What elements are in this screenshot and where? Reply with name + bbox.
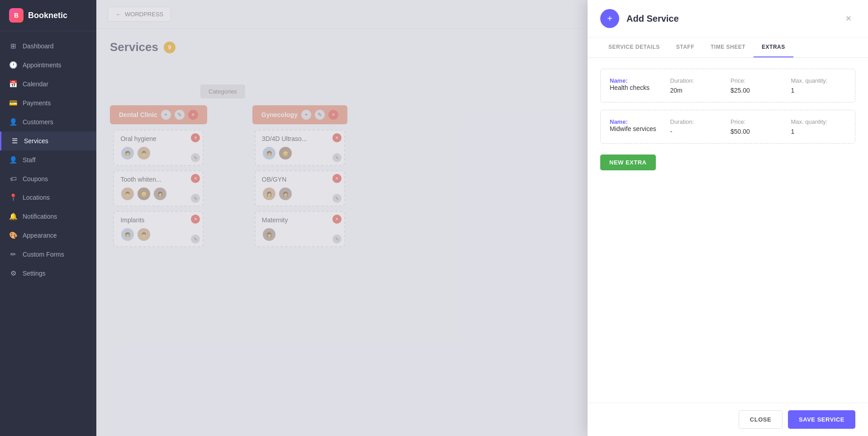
extra-2-duration-label: Duration: <box>670 118 726 125</box>
sidebar-logo: B Booknetic <box>0 0 96 31</box>
extra-1-maxqty-value: 1 <box>791 87 846 94</box>
sidebar-item-appointments[interactable]: 🕐Appointments <box>0 56 96 75</box>
customers-icon: 👤 <box>9 118 17 126</box>
sidebar-item-label: Staff <box>23 156 36 164</box>
extra-1-name-value: Health checks <box>610 84 665 91</box>
extra-row-2: Name: Midwife services Duration: - Price… <box>600 110 855 144</box>
extra-1-price-value: $25.00 <box>730 87 786 94</box>
sidebar-item-label: Appointments <box>23 61 62 69</box>
sidebar-item-label: Customers <box>23 118 53 126</box>
close-button[interactable]: CLOSE <box>739 410 783 429</box>
locations-icon: 📍 <box>9 193 17 202</box>
sidebar-item-custom-forms[interactable]: ✏Custom Forms <box>0 245 96 264</box>
extra-1-duration-value: 20m <box>670 87 726 94</box>
notifications-icon: 🔔 <box>9 212 17 220</box>
extra-2-maxqty-label: Max. quantity: <box>791 118 846 125</box>
sidebar-item-label: Notifications <box>23 213 57 220</box>
extra-row-1: Name: Health checks Duration: 20m Price:… <box>600 69 855 103</box>
extra-1-duration-label: Duration: <box>670 77 726 84</box>
custom-forms-icon: ✏ <box>9 250 17 258</box>
sidebar-item-coupons[interactable]: 🏷Coupons <box>0 169 96 188</box>
modal-footer: CLOSE SAVE SERVICE <box>588 403 868 436</box>
sidebar-item-customers[interactable]: 👤Customers <box>0 113 96 131</box>
sidebar-item-staff[interactable]: 👤Staff <box>0 150 96 169</box>
sidebar-item-payments[interactable]: 💳Payments <box>0 94 96 113</box>
extra-2-price-value: $50.00 <box>730 128 786 135</box>
dashboard-icon: ⊞ <box>9 42 17 50</box>
extra-1-maxqty-col: Max. quantity: 1 <box>791 77 846 94</box>
payments-icon: 💳 <box>9 99 17 107</box>
extra-2-duration-value: - <box>670 128 726 135</box>
new-extra-button[interactable]: NEW EXTRA <box>600 155 656 170</box>
sidebar-item-dashboard[interactable]: ⊞Dashboard <box>0 37 96 56</box>
sidebar-item-locations[interactable]: 📍Locations <box>0 188 96 207</box>
appointments-icon: 🕐 <box>9 61 17 69</box>
extra-2-maxqty-col: Max. quantity: 1 <box>791 118 846 135</box>
tab-time-sheet[interactable]: TIME SHEET <box>702 38 754 57</box>
sidebar-item-appearance[interactable]: 🎨Appearance <box>0 226 96 245</box>
sidebar-item-label: Services <box>24 137 48 145</box>
app-name: Booknetic <box>28 11 67 20</box>
tab-service-details[interactable]: SERVICE DETAILS <box>600 38 668 57</box>
sidebar-item-calendar[interactable]: 📅Calendar <box>0 75 96 94</box>
tab-extras[interactable]: EXTRAS <box>754 38 793 57</box>
extra-2-name-value: Midwife services <box>610 125 665 132</box>
extra-2-name-label: Name: <box>610 118 665 125</box>
modal-icon: + <box>600 9 619 28</box>
extra-2-price-col: Price: $50.00 <box>730 118 786 135</box>
settings-icon: ⚙ <box>9 269 17 277</box>
sidebar-item-label: Payments <box>23 99 51 107</box>
extra-1-maxqty-label: Max. quantity: <box>791 77 846 84</box>
extra-2-name-col: Name: Midwife services <box>610 118 665 135</box>
extra-2-price-label: Price: <box>730 118 786 125</box>
extra-1-name-col: Name: Health checks <box>610 77 665 94</box>
sidebar-item-label: Calendar <box>23 80 48 88</box>
sidebar: B Booknetic ⊞Dashboard🕐Appointments📅Cale… <box>0 0 96 436</box>
staff-icon: 👤 <box>9 156 17 164</box>
modal-close-x-button[interactable]: × <box>842 12 855 25</box>
extra-1-price-col: Price: $25.00 <box>730 77 786 94</box>
appearance-icon: 🎨 <box>9 231 17 239</box>
extra-1-duration-col: Duration: 20m <box>670 77 726 94</box>
services-icon: ☰ <box>10 137 19 145</box>
sidebar-item-label: Settings <box>23 270 46 277</box>
modal-panel: + Add Service × SERVICE DETAILSSTAFFTIME… <box>588 0 868 436</box>
tab-staff[interactable]: STAFF <box>668 38 702 57</box>
sidebar-item-label: Custom Forms <box>23 251 64 258</box>
sidebar-item-label: Coupons <box>23 175 48 183</box>
save-service-button[interactable]: SAVE SERVICE <box>788 410 855 429</box>
extra-2-maxqty-value: 1 <box>791 128 846 135</box>
logo-icon: B <box>9 8 24 23</box>
coupons-icon: 🏷 <box>9 175 17 183</box>
sidebar-item-settings[interactable]: ⚙Settings <box>0 264 96 283</box>
modal-tabs: SERVICE DETAILSSTAFFTIME SHEETEXTRAS <box>588 38 868 58</box>
sidebar-item-notifications[interactable]: 🔔Notifications <box>0 207 96 226</box>
sidebar-item-label: Dashboard <box>23 42 54 50</box>
calendar-icon: 📅 <box>9 80 17 88</box>
extra-1-name-label: Name: <box>610 77 665 84</box>
modal-title: Add Service <box>626 14 835 24</box>
sidebar-item-label: Locations <box>23 194 50 201</box>
sidebar-item-services[interactable]: ☰Services <box>0 131 96 150</box>
modal-body: Name: Health checks Duration: 20m Price:… <box>588 58 868 403</box>
sidebar-nav: ⊞Dashboard🕐Appointments📅Calendar💳Payment… <box>0 31 96 436</box>
sidebar-item-label: Appearance <box>23 232 57 239</box>
modal-header: + Add Service × <box>588 0 868 38</box>
extra-2-duration-col: Duration: - <box>670 118 726 135</box>
extra-1-price-label: Price: <box>730 77 786 84</box>
